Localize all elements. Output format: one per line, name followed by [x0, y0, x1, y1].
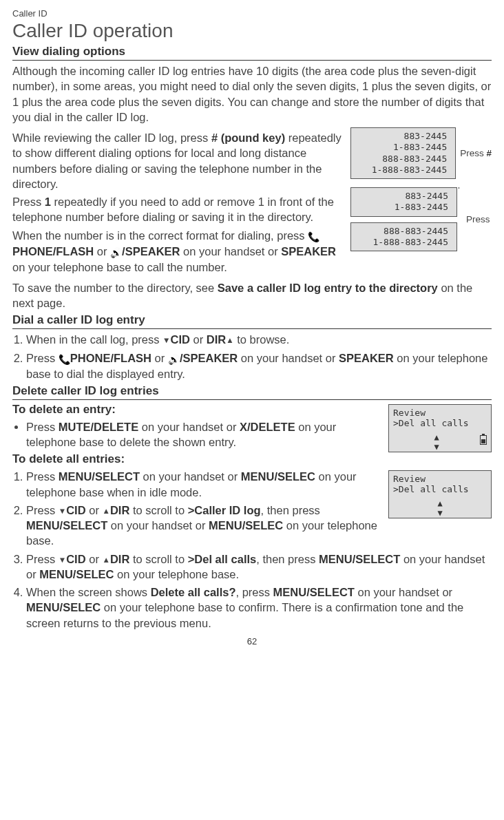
lcd-line: 1-888-883-2445: [355, 165, 447, 176]
brace-icon: [459, 187, 459, 189]
list-item: When in the call log, press CID or DIR t…: [26, 332, 492, 347]
triangle-down-icon: [59, 553, 66, 565]
subheading-delete-all: To delete all entries:: [12, 452, 492, 466]
lcd-line: >Del all calls: [393, 484, 487, 494]
figure-dialing-options: 883-2445 1-883-2445 888-883-2445 1-888-8…: [350, 127, 492, 260]
scroll-arrows-icon: ▲▼: [393, 498, 487, 518]
page-number: 62: [12, 636, 492, 646]
lcd-press-one-a: 883-2445 1-883-2445: [350, 187, 457, 217]
lcd-press-one-b: 888-883-2445 1-888-883-2445: [350, 222, 457, 252]
triangle-down-icon: [59, 504, 66, 516]
lcd-line: 888-883-2445: [355, 226, 448, 237]
section-dial-entry: Dial a caller ID log entry: [12, 313, 492, 329]
lcd-line: 1-883-2445: [355, 202, 448, 213]
figure-label-press-one: Press 1: [466, 214, 492, 224]
lcd-line: 883-2445: [355, 131, 447, 142]
lcd-delete-handset: Review >Del all calls ▲▼: [388, 404, 492, 452]
phone-icon: [308, 229, 319, 242]
list-item: Press PHONE/FLASH or /SPEAKER on your ha…: [26, 350, 492, 381]
lcd-line: 1-883-2445: [355, 142, 447, 153]
paragraph: Although the incoming caller ID log entr…: [12, 63, 492, 125]
lcd-line: 1-888-883-2445: [355, 237, 448, 248]
lcd-line: 883-2445: [355, 191, 448, 202]
triangle-up-icon: [226, 333, 233, 346]
lcd-line: >Del all calls: [393, 418, 487, 428]
speaker-icon: [110, 245, 122, 257]
page-title: Caller ID operation: [12, 20, 492, 42]
figure-label-press-pound: Press #: [460, 148, 492, 158]
lcd-press-pound: 883-2445 1-883-2445 888-883-2445 1-888-8…: [350, 127, 456, 179]
list-item: Press CID or DIR to scroll to >Del all c…: [26, 551, 492, 582]
triangle-down-icon: [162, 333, 170, 346]
phone-icon: [59, 352, 70, 364]
battery-icon: [480, 435, 487, 445]
list-item: When the screen shows Delete all calls?,…: [26, 585, 492, 631]
lcd-delete-base: Review >Del all calls ▲▼: [388, 470, 492, 518]
breadcrumb: Caller ID: [12, 8, 492, 19]
triangle-up-icon: [102, 553, 109, 565]
section-delete-entries: Delete caller ID log entries: [12, 384, 492, 400]
scroll-arrows-icon: ▲▼: [393, 432, 487, 452]
section-view-dialing-options: View dialing options: [12, 45, 492, 61]
speaker-icon: [168, 352, 180, 364]
lcd-line: Review: [393, 408, 487, 418]
lcd-line: Review: [393, 474, 487, 484]
triangle-up-icon: [102, 504, 109, 516]
lcd-line: 888-883-2445: [355, 154, 447, 165]
paragraph: To save the number to the directory, see…: [12, 280, 492, 311]
